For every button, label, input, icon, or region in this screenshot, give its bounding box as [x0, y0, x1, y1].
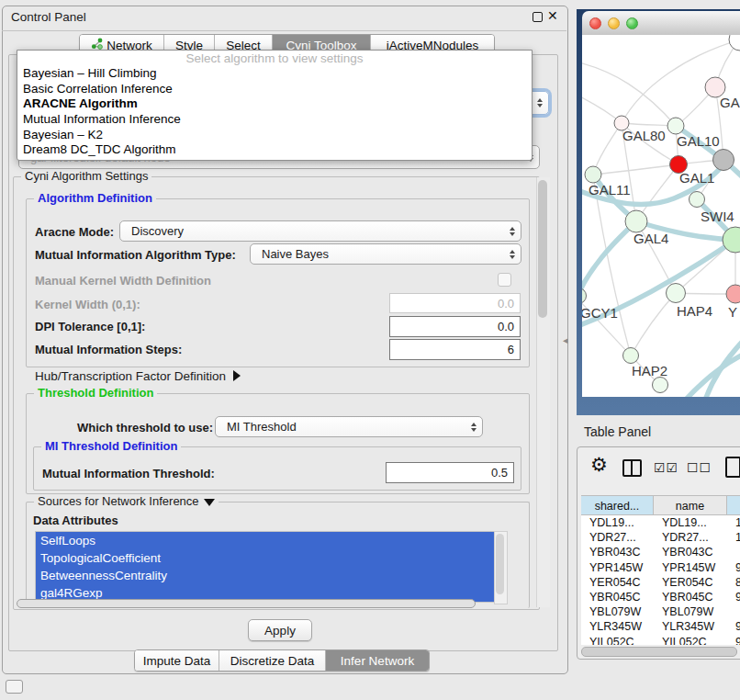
table-cell[interactable]: YIL052C — [581, 635, 654, 646]
network-node[interactable] — [582, 288, 587, 304]
aracne-mode-combo[interactable]: Discovery — [119, 220, 521, 242]
gear-icon[interactable]: ⚙ — [590, 454, 608, 476]
table-cell[interactable]: YBR043C — [581, 545, 654, 559]
deselect-all-icon[interactable]: ☐☐ — [687, 460, 712, 475]
table-cell[interactable]: 9. — [727, 560, 740, 575]
table-row[interactable]: YBR043CYBR043C — [581, 545, 740, 559]
table-hscrollbar-thumb[interactable] — [581, 647, 737, 657]
table-cell[interactable]: YDL19... — [654, 515, 727, 530]
network-node[interactable] — [625, 210, 647, 232]
table-cell[interactable]: YDR27... — [581, 530, 654, 545]
table-cell[interactable]: YBR045C — [581, 590, 654, 604]
table-row[interactable]: YIL052CYIL052C9 — [581, 635, 740, 646]
table-cell[interactable]: 12 — [727, 530, 740, 545]
split-columns-icon[interactable] — [622, 459, 642, 477]
table-cell[interactable]: YDL19... — [581, 515, 654, 530]
minimized-window-icon[interactable] — [6, 680, 23, 694]
kernel-width-field[interactable]: 0.0 — [389, 293, 521, 313]
algorithm-option[interactable]: Dream8 DC_TDC Algorithm — [17, 142, 532, 158]
cyni-algorithm-settings-title: Cyni Algorithm Settings — [21, 169, 151, 183]
table-panel-title: Table Panel — [584, 424, 651, 439]
manual-kernel-width-label: Manual Kernel Width Definition — [35, 274, 211, 288]
network-node[interactable] — [667, 284, 686, 303]
table-cell[interactable]: YPR145W — [654, 560, 727, 575]
network-node[interactable] — [690, 192, 705, 208]
table-cell[interactable] — [727, 545, 740, 559]
table-row[interactable]: YPR145WYPR145W9. — [581, 560, 740, 575]
network-canvas[interactable]: GALGAL80GAL10GAL1GAL11SWI4GAL4GCY1HAP4YH… — [582, 35, 740, 397]
network-node[interactable] — [713, 150, 734, 171]
table-cell[interactable]: YER054C — [654, 575, 727, 590]
table-cell[interactable]: YBL079W — [581, 604, 654, 619]
table-row[interactable]: YLR345WYLR345W9. — [581, 619, 740, 634]
float-window-icon[interactable] — [533, 12, 543, 22]
table-column-header[interactable]: A — [727, 495, 740, 515]
table-row[interactable]: YDL19...YDL19...13 — [581, 515, 740, 530]
algorithm-option[interactable]: ARACNE Algorithm — [17, 96, 532, 112]
dpi-tolerance-field[interactable]: 0.0 — [389, 316, 521, 337]
table-cell[interactable]: 9 — [727, 635, 740, 646]
table-cell[interactable] — [727, 604, 740, 619]
close-icon[interactable]: ✕ — [547, 8, 558, 23]
minimize-traffic-light[interactable] — [608, 17, 620, 29]
table-row[interactable]: YER054CYER054C8. — [581, 575, 740, 590]
select-all-icon[interactable]: ☑☑ — [654, 460, 678, 475]
apply-button[interactable]: Apply — [248, 619, 312, 641]
sources-title[interactable]: Sources for Network Inference — [34, 494, 219, 508]
mi-steps-field[interactable]: 6 — [389, 339, 521, 360]
algorithm-option[interactable]: Bayesian – K2 — [17, 128, 532, 143]
network-node[interactable] — [726, 285, 740, 303]
data-attribute-item[interactable]: TopologicalCoefficient — [36, 549, 495, 567]
table-row[interactable]: YBL079WYBL079W — [581, 604, 740, 619]
table-cell[interactable]: YPR145W — [581, 560, 654, 575]
control-panel-titlebar[interactable] — [2, 6, 566, 31]
table-cell[interactable]: YLR345W — [581, 619, 654, 634]
network-node[interactable] — [585, 166, 601, 183]
hub-definition-expander[interactable]: Hub/Transcription Factor Definition — [35, 369, 241, 383]
data-attributes-list[interactable]: SelfLoopsTopologicalCoefficientBetweenne… — [35, 531, 496, 603]
table-cell[interactable]: YBR043C — [654, 545, 727, 559]
settings-hscrollbar-thumb[interactable] — [17, 599, 476, 608]
which-threshold-combo[interactable]: MI Threshold — [215, 416, 483, 437]
table-cell[interactable]: YDR27... — [654, 530, 727, 545]
tab-discretize-data[interactable]: Discretize Data — [219, 650, 326, 671]
table-cell[interactable]: YBL079W — [654, 604, 727, 619]
algorithm-option[interactable]: Mutual Information Inference — [17, 112, 532, 128]
network-node[interactable] — [729, 35, 740, 51]
control-panel-title: Control Panel — [11, 10, 86, 24]
table-row[interactable]: YBR045CYBR045C9. — [581, 590, 740, 604]
algorithm-option[interactable]: Basic Correlation Inference — [17, 82, 532, 97]
tab-impute-data[interactable]: Impute Data — [135, 650, 219, 671]
network-window-titlebar[interactable] — [582, 11, 740, 36]
document-icon[interactable] — [725, 457, 740, 478]
table-cell[interactable]: 8. — [727, 575, 740, 590]
attributes-scrollbar-thumb[interactable] — [496, 534, 504, 594]
table-row[interactable]: YDR27...YDR27...12 — [581, 530, 740, 545]
settings-scrollbar-thumb[interactable] — [538, 180, 547, 318]
table-cell[interactable]: YER054C — [581, 575, 654, 590]
zoom-traffic-light[interactable] — [626, 17, 638, 29]
network-edge — [631, 293, 676, 356]
manual-kernel-width-checkbox[interactable] — [498, 273, 511, 287]
tab-infer-network[interactable]: Infer Network — [326, 650, 429, 671]
table-column-header[interactable]: shared... — [581, 495, 654, 515]
algorithm-option[interactable]: Bayesian – Hill Climbing — [17, 66, 532, 82]
network-node[interactable] — [667, 118, 684, 134]
mi-algorithm-type-combo[interactable]: Naive Bayes — [250, 243, 521, 265]
table-cell[interactable]: YBR045C — [654, 590, 727, 604]
table-cell[interactable]: 9. — [727, 590, 740, 604]
network-node[interactable] — [623, 348, 639, 364]
table-cell[interactable]: 13 — [727, 515, 740, 530]
close-traffic-light[interactable] — [589, 17, 601, 29]
table-cell[interactable]: YIL052C — [654, 635, 727, 646]
network-node[interactable] — [653, 378, 668, 393]
table-cell[interactable]: 9. — [727, 619, 740, 634]
panel-splitter-handle[interactable]: ◂ — [563, 334, 568, 346]
expand-right-icon — [233, 370, 241, 381]
mi-threshold-field[interactable]: 0.5 — [386, 462, 514, 483]
table-cell[interactable]: YLR345W — [654, 619, 727, 634]
data-attribute-item[interactable]: BetweennessCentrality — [36, 567, 495, 584]
node-table[interactable]: shared...nameAYDL19...YDL19...13YDR27...… — [581, 495, 740, 645]
data-attribute-item[interactable]: SelfLoops — [36, 532, 495, 549]
table-column-header[interactable]: name — [654, 495, 727, 515]
